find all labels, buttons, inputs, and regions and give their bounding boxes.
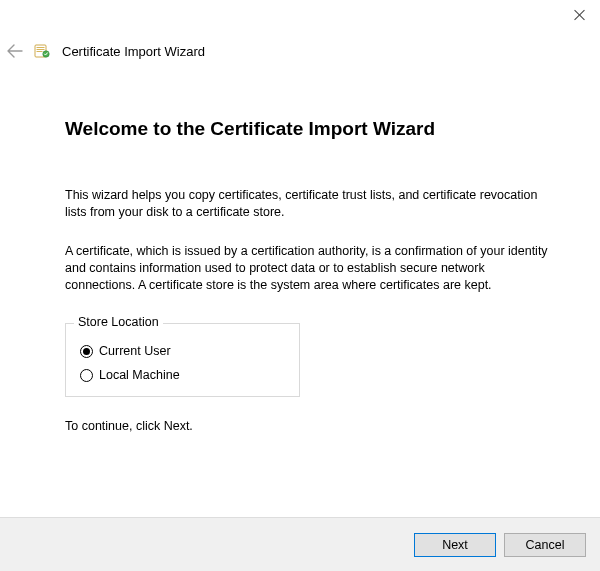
radio-current-user[interactable]: Current User [80, 344, 287, 358]
svg-rect-3 [37, 51, 43, 52]
cancel-button[interactable]: Cancel [504, 533, 586, 557]
back-arrow-icon[interactable] [6, 42, 24, 60]
page-heading: Welcome to the Certificate Import Wizard [65, 118, 555, 140]
wizard-content: Welcome to the Certificate Import Wizard… [65, 118, 555, 433]
svg-rect-1 [37, 47, 45, 48]
wizard-header: Certificate Import Wizard [6, 42, 205, 60]
intro-paragraph-2: A certificate, which is issued by a cert… [65, 243, 555, 294]
radio-icon [80, 345, 93, 358]
store-location-group: Store Location Current User Local Machin… [65, 323, 300, 397]
wizard-title: Certificate Import Wizard [62, 44, 205, 59]
radio-label: Current User [99, 344, 171, 358]
continue-hint: To continue, click Next. [65, 419, 555, 433]
wizard-footer: Next Cancel [0, 517, 600, 571]
close-icon[interactable] [572, 8, 588, 24]
svg-rect-2 [37, 49, 45, 50]
radio-local-machine[interactable]: Local Machine [80, 368, 287, 382]
intro-paragraph-1: This wizard helps you copy certificates,… [65, 187, 555, 221]
certificate-wizard-icon [34, 42, 52, 60]
radio-icon [80, 369, 93, 382]
next-button[interactable]: Next [414, 533, 496, 557]
radio-label: Local Machine [99, 368, 180, 382]
store-location-legend: Store Location [74, 315, 163, 329]
